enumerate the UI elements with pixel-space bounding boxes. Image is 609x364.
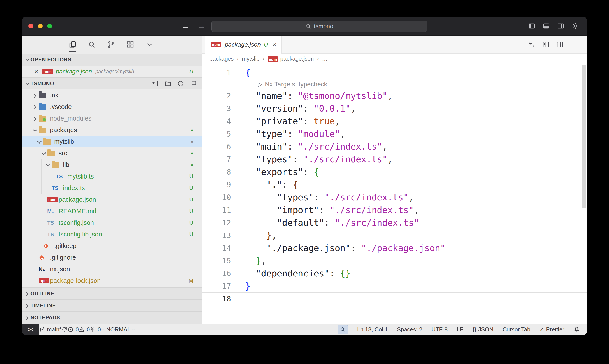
code-line-7[interactable]: 7 "types": "./src/index.ts", <box>202 153 587 166</box>
tab-package-json[interactable]: npm package.json U × <box>205 36 282 53</box>
eol-indicator[interactable]: LF <box>457 326 463 333</box>
open-changes-icon[interactable] <box>528 41 535 48</box>
code-line-10[interactable]: 10 "types": "./src/index.ts", <box>202 191 587 204</box>
tree-item-lib[interactable]: lib● <box>22 159 202 171</box>
errors-indicator[interactable]: 0 <box>68 326 78 333</box>
breadcrumb-item-mytslib[interactable]: mytslib <box>242 55 260 62</box>
collapse-folders-icon[interactable] <box>190 80 197 87</box>
codelens-action[interactable]: ▷Nx Targets: typecheck <box>202 79 587 90</box>
tree-item-mytslib-ts[interactable]: TSmytslib.tsU <box>22 171 202 182</box>
code-line-18[interactable]: 18 <box>202 292 587 305</box>
editor-scrollbar[interactable] <box>582 65 586 208</box>
toggle-panel-icon[interactable] <box>543 22 550 30</box>
tree-item-index-ts[interactable]: TSindex.tsU <box>22 182 202 194</box>
nav-back-icon[interactable]: ← <box>181 21 189 31</box>
chevron-icon[interactable] <box>44 163 52 167</box>
close-editor-icon[interactable]: × <box>34 68 39 75</box>
code-line-11[interactable]: 11 "import": "./src/index.ts", <box>202 204 587 216</box>
code-line-14[interactable]: 14 "./package.json": "./package.json" <box>202 242 587 254</box>
tab-close-icon[interactable]: × <box>272 41 276 48</box>
code-area[interactable]: 1{▷Nx Targets: typecheck2 "name": "@tsmo… <box>202 64 587 324</box>
cursor-tab-indicator[interactable]: Cursor Tab <box>503 326 531 333</box>
code-line-1[interactable]: 1{ <box>202 66 587 79</box>
code-line-17[interactable]: 17} <box>202 280 587 292</box>
sync-changes[interactable] <box>62 326 68 333</box>
code-line-9[interactable]: 9 ".": { <box>202 178 587 191</box>
code-line-3[interactable]: 3 "version": "0.0.1", <box>202 102 587 115</box>
tree-item-nx[interactable]: .nx <box>22 90 202 101</box>
code-text: "types": "./src/index.ts", <box>231 153 393 166</box>
tree-item-vscode[interactable]: .vscode <box>22 101 202 113</box>
formatter-indicator[interactable]: ✓Prettier <box>539 326 564 333</box>
code-line-2[interactable]: 2 "name": "@tsmono/mytslib", <box>202 90 587 102</box>
breadcrumb-item-package-json[interactable]: npmpackage.json <box>268 55 314 62</box>
chevron-icon[interactable] <box>35 140 43 143</box>
notepads-section-header[interactable]: NOTEPADS <box>22 312 202 324</box>
more-actions-icon[interactable]: ··· <box>570 43 579 47</box>
code-line-4[interactable]: 4 "private": true, <box>202 115 587 128</box>
extensions-tab-icon[interactable] <box>127 41 134 49</box>
close-button[interactable] <box>28 24 33 28</box>
tree-item-tsconfig-lib-json[interactable]: TStsconfig.lib.jsonU <box>22 229 202 240</box>
tree-item-node-modules[interactable]: node_modules <box>22 113 202 124</box>
new-file-icon[interactable] <box>152 80 159 87</box>
more-views-chevron-icon[interactable] <box>146 41 154 49</box>
new-folder-icon[interactable] <box>165 80 171 87</box>
chevron-icon[interactable] <box>39 152 47 155</box>
chevron-icon[interactable] <box>31 129 39 132</box>
vim-mode-indicator[interactable]: -- NORMAL -- <box>101 326 136 333</box>
search-icon <box>306 23 311 29</box>
timeline-section-header[interactable]: TIMELINE <box>22 299 202 312</box>
toggle-sidebar-left-icon[interactable] <box>528 22 535 30</box>
chevron-icon[interactable] <box>31 94 39 97</box>
notifications-bell[interactable] <box>574 326 580 333</box>
code-line-8[interactable]: 8 "exports": { <box>202 166 587 178</box>
remote-indicator[interactable]: >< <box>22 324 39 335</box>
code-line-16[interactable]: 16 "dependencies": {} <box>202 267 587 280</box>
explorer-tab-icon[interactable] <box>69 41 77 49</box>
tree-item-package-json[interactable]: npmpackage.jsonU <box>22 194 202 205</box>
npm-icon: npm <box>268 55 278 62</box>
code-line-15[interactable]: 15 }, <box>202 254 587 267</box>
nav-forward-icon[interactable]: → <box>197 21 206 31</box>
open-editor-item[interactable]: × npm package.json packages/mytslib U <box>22 66 202 78</box>
split-editor-icon[interactable] <box>556 41 563 48</box>
search-tab-icon[interactable] <box>88 41 96 49</box>
toggle-sidebar-right-icon[interactable] <box>557 22 564 30</box>
explorer-section-header[interactable]: TSMONO <box>22 78 202 90</box>
tree-item-packages[interactable]: packages● <box>22 124 202 136</box>
tree-item-gitignore[interactable]: .gitignore <box>22 252 202 263</box>
outline-section-header[interactable]: OUTLINE <box>22 287 202 299</box>
tree-item-nx-json[interactable]: Nxnx.json <box>22 263 202 275</box>
chevron-icon[interactable] <box>31 105 39 108</box>
cursor-position[interactable]: Ln 18, Col 1 <box>357 326 388 333</box>
tree-item-gitkeep[interactable]: .gitkeep <box>22 240 202 252</box>
breadcrumb-item-[interactable]: … <box>322 55 328 62</box>
layout-preview-icon[interactable] <box>542 41 549 48</box>
source-control-tab-icon[interactable] <box>107 41 115 49</box>
branch-indicator[interactable]: main* <box>39 326 62 333</box>
command-center-search[interactable]: tsmono <box>211 21 428 32</box>
refresh-icon[interactable] <box>177 80 184 87</box>
code-line-6[interactable]: 6 "main": "./src/index.ts", <box>202 140 587 153</box>
tree-item-src[interactable]: src● <box>22 147 202 159</box>
code-line-12[interactable]: 12 "default": "./src/index.ts" <box>202 216 587 229</box>
indentation-indicator[interactable]: Spaces: 2 <box>397 326 422 333</box>
chevron-icon[interactable] <box>31 117 39 120</box>
language-indicator[interactable]: {}JSON <box>473 326 493 333</box>
minimize-button[interactable] <box>38 24 43 28</box>
tree-item-mytslib[interactable]: mytslib● <box>22 136 202 147</box>
tree-item-package-lock-json[interactable]: npmpackage-lock.jsonM <box>22 275 202 286</box>
zoom-button[interactable] <box>47 24 52 28</box>
settings-gear-icon[interactable] <box>571 22 579 30</box>
code-line-13[interactable]: 13 }, <box>202 229 587 242</box>
breadcrumb-item-packages[interactable]: packages <box>209 55 234 62</box>
open-editors-header[interactable]: OPEN EDITORS <box>22 53 202 66</box>
ports-indicator[interactable]: 0 <box>90 326 101 333</box>
code-line-5[interactable]: 5 "type": "module", <box>202 128 587 140</box>
tree-item-readme-md[interactable]: M↓README.mdU <box>22 205 202 217</box>
warnings-indicator[interactable]: 0 <box>79 326 90 333</box>
tree-item-tsconfig-json[interactable]: TStsconfig.jsonU <box>22 217 202 229</box>
encoding-indicator[interactable]: UTF-8 <box>431 326 448 333</box>
zoom-indicator[interactable] <box>337 325 348 334</box>
